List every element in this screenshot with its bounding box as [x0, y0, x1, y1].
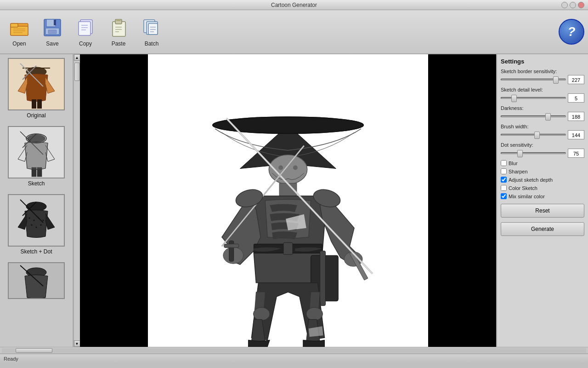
sketch-border-label: Sketch border sensitivity:: [501, 69, 584, 74]
save-label: Save: [46, 40, 58, 47]
dot-sensitivity-value[interactable]: 75: [568, 149, 584, 158]
maximize-button[interactable]: [570, 2, 576, 8]
batch-button[interactable]: Batch: [136, 12, 167, 51]
thumbnail-sketch-dot-image: [8, 194, 65, 247]
dot-sensitivity-thumb[interactable]: [517, 150, 523, 157]
save-button[interactable]: Save: [37, 12, 68, 51]
mix-similar-checkbox[interactable]: [501, 193, 507, 199]
svg-point-50: [40, 224, 42, 226]
reset-button[interactable]: Reset: [501, 204, 584, 218]
svg-point-71: [253, 308, 270, 321]
thumbnail-fourth-image: [8, 262, 65, 299]
sketch-border-thumb[interactable]: [553, 76, 559, 84]
title-bar: Cartoon Generator: [0, 0, 588, 10]
settings-panel: Settings Sketch border sensitivity: 227 …: [496, 54, 588, 347]
copy-button[interactable]: Copy: [70, 12, 101, 51]
thumbnail-panel: Original: [0, 54, 74, 347]
generate-button[interactable]: Generate: [501, 222, 584, 236]
svg-rect-24: [148, 23, 158, 34]
floppy-disk-icon: [41, 17, 63, 39]
h-scroll-thumb[interactable]: [16, 348, 52, 353]
svg-rect-32: [37, 99, 42, 109]
close-button[interactable]: [578, 2, 584, 8]
svg-point-60: [278, 165, 283, 170]
dot-sensitivity-slider-row: 75: [501, 149, 584, 158]
sketch-detail-value[interactable]: 5: [568, 93, 584, 103]
help-button[interactable]: ?: [559, 19, 584, 45]
thumbnail-sketch-dot[interactable]: Sketch + Dot: [6, 192, 67, 257]
color-sketch-checkbox[interactable]: [501, 185, 507, 191]
svg-rect-12: [79, 22, 90, 35]
thumbnail-sketch[interactable]: Sketch: [6, 124, 67, 189]
svg-point-45: [34, 220, 35, 221]
svg-point-47: [43, 220, 44, 221]
svg-point-44: [29, 218, 30, 219]
blur-checkbox-row: Blur: [501, 160, 584, 166]
horizontal-scrollbar[interactable]: [0, 347, 588, 353]
brush-width-track[interactable]: [501, 134, 566, 136]
thumbnail-original[interactable]: Original: [6, 56, 67, 121]
open-button[interactable]: Open: [4, 12, 35, 51]
svg-rect-2: [11, 23, 18, 27]
copy-icon: [74, 17, 96, 39]
svg-rect-18: [116, 19, 121, 21]
scroll-up-button[interactable]: ▲: [74, 54, 80, 61]
svg-rect-68: [283, 242, 293, 254]
sketch-border-value[interactable]: 227: [568, 75, 584, 84]
canvas-area: [80, 54, 496, 347]
mix-similar-label: Mix similar color: [509, 194, 545, 199]
canvas-content: [80, 54, 496, 347]
sketch-detail-track[interactable]: [501, 97, 566, 99]
main-area: Original: [0, 54, 588, 347]
darkness-slider-row: 188: [501, 112, 584, 121]
svg-point-61: [293, 165, 298, 170]
window-controls: [561, 2, 584, 8]
scroll-thumb[interactable]: [74, 63, 80, 81]
adjust-sketch-checkbox-row: Adjust sketch depth: [501, 177, 584, 183]
dot-sensitivity-track[interactable]: [501, 152, 566, 154]
thumbnail-original-label: Original: [27, 112, 45, 119]
darkness-track[interactable]: [501, 115, 566, 117]
open-label: Open: [12, 40, 26, 47]
sketch-detail-slider-row: 5: [501, 93, 584, 103]
settings-title: Settings: [501, 58, 584, 65]
svg-point-49: [36, 227, 37, 228]
brush-width-slider-row: 144: [501, 130, 584, 139]
sketch-detail-thumb[interactable]: [511, 95, 517, 102]
thumbnail-fourth[interactable]: [6, 260, 67, 301]
svg-rect-8: [54, 20, 56, 25]
svg-point-58: [213, 117, 363, 133]
blur-checkbox[interactable]: [501, 160, 507, 166]
adjust-sketch-label: Adjust sketch depth: [509, 177, 553, 183]
darkness-value[interactable]: 188: [568, 112, 584, 121]
copy-label: Copy: [79, 40, 92, 47]
adjust-sketch-checkbox[interactable]: [501, 177, 507, 183]
mix-similar-checkbox-row: Mix similar color: [501, 193, 584, 199]
svg-point-72: [306, 308, 323, 321]
paste-button[interactable]: Paste: [103, 12, 134, 51]
scroll-down-button[interactable]: ▼: [74, 340, 80, 347]
status-text: Ready: [4, 356, 18, 362]
brush-width-thumb[interactable]: [534, 132, 540, 139]
folder-open-icon: [8, 17, 30, 39]
paste-icon: [107, 17, 130, 39]
thumbnail-scrollbar[interactable]: ▲ ▼: [74, 54, 80, 347]
toolbar: Open Save Copy: [0, 10, 588, 54]
minimize-button[interactable]: [561, 2, 568, 8]
h-scroll-track[interactable]: [2, 348, 586, 353]
sketch-border-track[interactable]: [501, 79, 566, 80]
paste-label: Paste: [112, 40, 126, 47]
dot-sensitivity-label: Dot sensitivity:: [501, 142, 584, 148]
sketch-border-slider-row: 227: [501, 75, 584, 84]
color-sketch-label: Color Sketch: [509, 185, 537, 191]
svg-rect-70: [320, 251, 326, 305]
thumbnail-sketch-dot-label: Sketch + Dot: [20, 248, 52, 255]
status-bar: Ready: [0, 353, 588, 363]
thumbnail-sketch-label: Sketch: [28, 180, 45, 187]
sharpen-checkbox[interactable]: [501, 168, 507, 174]
brush-width-label: Brush width:: [501, 124, 584, 129]
svg-rect-31: [32, 99, 36, 109]
darkness-label: Darkness:: [501, 105, 584, 111]
brush-width-value[interactable]: 144: [568, 130, 584, 139]
darkness-thumb[interactable]: [545, 113, 551, 121]
